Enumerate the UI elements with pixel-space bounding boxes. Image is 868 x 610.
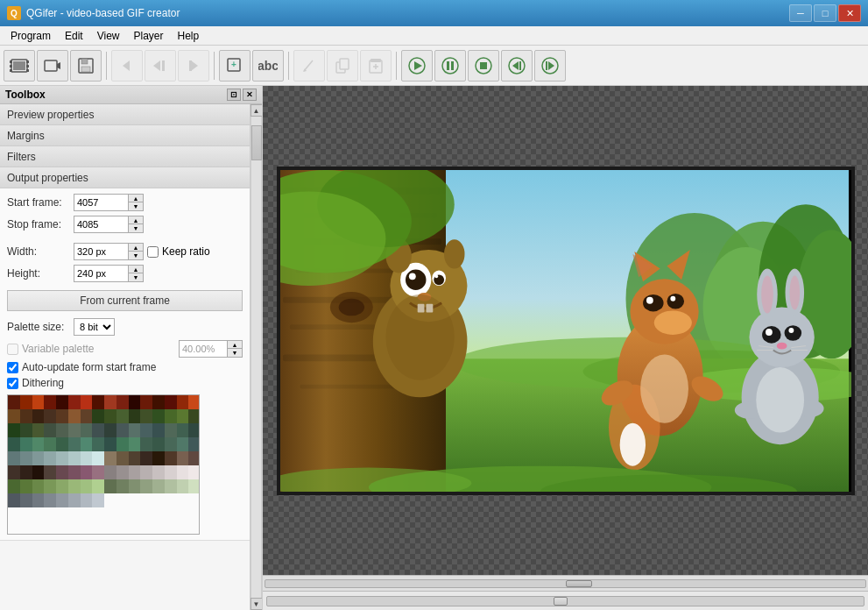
svg-marker-13	[123, 60, 130, 71]
play-button[interactable]	[401, 50, 433, 82]
timeline-bar	[263, 591, 868, 610]
menu-player[interactable]: Player	[127, 28, 171, 44]
pause-button[interactable]	[434, 50, 466, 82]
width-up[interactable]: ▲	[129, 244, 143, 252]
svg-rect-6	[26, 65, 29, 67]
add-frame-button[interactable]: +	[219, 50, 251, 82]
toolbox-title: Toolbox	[5, 89, 46, 101]
palette-cell	[188, 465, 200, 479]
frame-paste-button[interactable]	[360, 50, 392, 82]
width-input[interactable]	[74, 243, 128, 260]
scroll-thumb[interactable]	[251, 125, 262, 160]
svg-rect-1	[13, 61, 25, 70]
variable-palette-down[interactable]: ▼	[228, 349, 242, 357]
frame-copy-button[interactable]	[327, 50, 358, 82]
svg-point-82	[646, 296, 653, 303]
close-button[interactable]: ✕	[838, 4, 861, 22]
start-frame-down[interactable]: ▼	[129, 202, 143, 210]
palette-cell	[20, 465, 32, 479]
stop-frame-input[interactable]	[74, 216, 128, 233]
variable-palette-up[interactable]: ▲	[228, 341, 242, 349]
minimize-button[interactable]: ─	[789, 4, 812, 22]
palette-cell	[92, 479, 104, 493]
svg-point-98	[762, 326, 781, 344]
preview-hscroll-thumb[interactable]	[566, 580, 592, 587]
palette-cell	[129, 423, 141, 437]
start-frame-input[interactable]	[74, 194, 128, 211]
title-bar: Q QGifer - video-based GIF creator ─ □ ✕	[0, 0, 868, 26]
skip-back-button[interactable]	[501, 50, 533, 82]
palette-cell	[56, 395, 68, 409]
variable-palette-input[interactable]	[179, 340, 227, 358]
palette-cell	[104, 423, 116, 437]
menu-edit[interactable]: Edit	[58, 28, 90, 44]
start-frame-spinbox: ▲ ▼	[74, 194, 144, 211]
toolbox-float-button[interactable]: ⊡	[227, 89, 241, 101]
stop-frame-up[interactable]: ▲	[129, 216, 143, 224]
palette-cell	[188, 395, 200, 409]
height-up[interactable]: ▲	[129, 266, 143, 273]
scroll-track[interactable]	[251, 117, 262, 598]
start-frame-label: Start frame:	[7, 196, 70, 209]
menu-view[interactable]: View	[90, 28, 127, 44]
section-preview-properties[interactable]: Preview properties	[0, 104, 250, 125]
section-output-properties[interactable]: Output properties	[0, 167, 250, 188]
auto-update-checkbox[interactable]	[7, 362, 18, 373]
variable-palette-label: Variable palette	[22, 343, 95, 355]
svg-text:abc: abc	[258, 59, 278, 73]
filmstrip-button[interactable]	[4, 50, 35, 82]
stop-frame-down[interactable]: ▼	[129, 224, 143, 232]
timeline-thumb[interactable]	[554, 597, 568, 606]
toolbox-close-button[interactable]: ✕	[243, 89, 257, 101]
palette-cell	[8, 409, 20, 423]
svg-point-79	[653, 310, 691, 334]
variable-palette-checkbox[interactable]	[7, 344, 18, 355]
keep-ratio-checkbox[interactable]	[147, 246, 159, 258]
scroll-up-arrow[interactable]: ▲	[251, 104, 263, 117]
frame-back-button[interactable]	[145, 50, 176, 82]
preview-hscroll-track[interactable]	[265, 579, 866, 588]
skip-fwd-button[interactable]	[534, 50, 566, 82]
palette-cell	[152, 479, 165, 493]
stop-button[interactable]	[468, 50, 499, 82]
timeline-track[interactable]	[266, 596, 864, 606]
palette-cell	[92, 395, 104, 409]
text-overlay-button[interactable]: abc	[252, 50, 284, 82]
dithering-checkbox[interactable]	[7, 378, 18, 389]
palette-cell	[152, 423, 165, 437]
maximize-button[interactable]: □	[814, 4, 836, 22]
palette-cell	[177, 409, 189, 423]
svg-text:+: +	[231, 60, 236, 69]
menu-program[interactable]: Program	[4, 28, 58, 44]
width-row: Width: ▲ ▼ Keep ratio	[7, 243, 243, 260]
menu-help[interactable]: Help	[171, 28, 207, 44]
palette-cell	[81, 493, 93, 507]
height-input[interactable]	[74, 265, 128, 282]
draw-button[interactable]	[293, 50, 325, 82]
from-current-frame-button[interactable]: From current frame	[7, 290, 243, 311]
height-down[interactable]: ▼	[129, 273, 143, 281]
palette-cell	[165, 479, 177, 493]
palette-cell	[116, 437, 129, 451]
palette-cell	[165, 437, 177, 451]
section-filters[interactable]: Filters	[0, 146, 250, 167]
svg-rect-11	[81, 59, 88, 64]
frame-fwd-button[interactable]	[178, 50, 209, 82]
open-video-button[interactable]	[37, 50, 68, 82]
palette-cell	[92, 465, 104, 479]
save-button[interactable]	[70, 50, 102, 82]
section-margins[interactable]: Margins	[0, 125, 250, 146]
start-frame-up[interactable]: ▲	[129, 195, 143, 202]
palette-cell	[116, 479, 129, 493]
window-controls: ─ □ ✕	[789, 4, 861, 22]
svg-rect-33	[451, 61, 454, 70]
svg-rect-35	[480, 62, 487, 69]
palette-size-select[interactable]: 8 bit 4 bit 2 bit	[74, 318, 115, 336]
palette-cell	[56, 423, 68, 437]
toolbox-inner: Preview properties Margins Filters Outpu…	[0, 104, 250, 610]
scroll-down-arrow[interactable]: ▼	[251, 598, 263, 610]
palette-cell	[81, 479, 93, 493]
palette-cell	[32, 423, 45, 437]
width-down[interactable]: ▼	[129, 252, 143, 259]
frame-prev-button[interactable]	[111, 50, 143, 82]
